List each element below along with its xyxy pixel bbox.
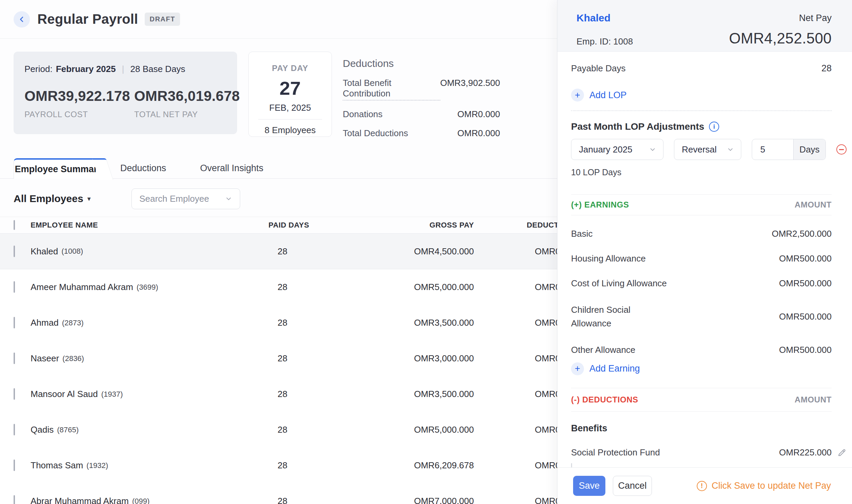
payday-card: PAY DAY 27 FEB, 2025 8 Employees (248, 52, 332, 137)
lop-month-select[interactable]: January 2025 (571, 139, 663, 160)
earnings-title: (+) EARNINGS (571, 200, 629, 210)
deductions-section-header: (-) DEDUCTIONS AMOUNT (571, 388, 832, 412)
earnings-section-header: (+) EARNINGS AMOUNT (571, 194, 832, 215)
earning-label: Children Social Allowance (571, 303, 649, 330)
paid-days-value: 28 (221, 353, 309, 364)
employee-name-link[interactable]: Khaled (576, 12, 610, 24)
earning-value: OMR500.000 (779, 345, 832, 355)
all-employees-label: All Employees (14, 193, 83, 204)
table-body: Khaled (1008) 28 OMR4,500.000 OMR0.000 A… (0, 234, 591, 504)
employee-name: Thomas Sam (31, 460, 83, 471)
table-row[interactable]: Ahmad (2873) 28 OMR3,500.000 OMR0.000 (0, 305, 591, 341)
add-earning-label: Add Earning (589, 363, 640, 374)
row-checkbox[interactable] (14, 246, 15, 257)
divider (571, 110, 832, 111)
paid-days-value: 28 (221, 389, 309, 399)
benefits-group-title: Benefits (571, 423, 832, 434)
employee-name: Khaled (31, 246, 58, 257)
lop-days-note: 10 LOP Days (571, 167, 832, 177)
earning-value: OMR500.000 (779, 311, 832, 322)
payable-days-row: Payable Days 28 (571, 63, 832, 74)
earning-row: Basic OMR2,500.000 (571, 221, 832, 246)
earnings-amount-label: AMOUNT (795, 200, 832, 210)
save-button[interactable]: Save (573, 476, 605, 496)
lop-type-select[interactable]: Reversal (674, 139, 741, 160)
period-line: Period: February 2025 | 28 Base Days (24, 64, 226, 74)
employee-id: (099) (132, 497, 149, 504)
row-checkbox[interactable] (14, 495, 15, 504)
lop-adjustment-row: January 2025 Reversal 5 Days (571, 139, 847, 160)
table-row[interactable]: Ameer Muhammad Akram (3699) 28 OMR5,000.… (0, 269, 591, 305)
back-button[interactable] (14, 11, 30, 28)
employee-id: (1932) (87, 461, 108, 470)
gross-pay-value: OMR5,000.000 (309, 282, 474, 292)
tab-deductions[interactable]: Deductions (103, 158, 183, 178)
deductions-summary-title: Deductions (343, 58, 500, 69)
deduction-value: OMR0.000 (457, 109, 500, 120)
deduction-summary-row: Donations OMR0.000 (343, 109, 500, 120)
paid-days-value: 28 (221, 246, 309, 257)
plus-icon: + (571, 362, 584, 375)
paid-days-value: 28 (221, 496, 309, 504)
select-all-checkbox[interactable] (14, 220, 15, 230)
employee-name: Mansoor Al Saud (31, 389, 98, 399)
status-badge: DRAFT (145, 13, 180, 26)
table-row[interactable]: Thomas Sam (1932) 28 OMR6,209.678 OMR0.0… (0, 448, 591, 483)
row-checkbox[interactable] (14, 317, 15, 328)
employee-detail-panel: ✕ Khaled Net Pay Emp. ID: 1008 OMR4,252.… (557, 0, 852, 504)
net-pay-label: Net Pay (799, 13, 832, 23)
divider (258, 119, 322, 120)
chevron-down-icon (727, 146, 734, 153)
table-row[interactable]: Khaled (1008) 28 OMR4,500.000 OMR0.000 (0, 234, 591, 269)
gross-pay-value: OMR5,000.000 (309, 425, 474, 435)
employee-name: Naseer (31, 353, 59, 364)
payroll-cost-label: PAYROLL COST (24, 110, 134, 119)
deduction-label[interactable]: Donations (343, 109, 383, 120)
table-row[interactable]: Qadis (8765) 28 OMR5,000.000 OMR0.000 (0, 412, 591, 448)
table-row[interactable]: Abrar Muhammad Akram (099) 28 OMR7,000.0… (0, 483, 591, 504)
page-title: Regular Payroll (37, 12, 138, 27)
employee-table: EMPLOYEE NAME PAID DAYS GROSS PAY DEDUCT… (0, 217, 591, 504)
edit-pencil-icon[interactable] (837, 448, 847, 457)
tab-overall-insights[interactable]: Overall Insights (183, 158, 280, 178)
earnings-rows: Basic OMR2,500.000 Housing Allowance OMR… (571, 221, 832, 362)
search-employee-select[interactable]: Search Employee (131, 188, 240, 209)
warning-text: Click Save to update Net Pay (712, 481, 831, 491)
earning-label: Housing Allowance (571, 253, 646, 264)
remove-lop-row-icon[interactable] (836, 144, 847, 155)
table-header-row: EMPLOYEE NAME PAID DAYS GROSS PAY DEDUCT… (0, 217, 591, 234)
table-row[interactable]: Mansoor Al Saud (1937) 28 OMR3,500.000 O… (0, 376, 591, 412)
add-lop-button[interactable]: + Add LOP (571, 89, 832, 102)
lop-days-input[interactable]: 5 (752, 139, 793, 160)
caret-down-icon: ▾ (87, 195, 91, 203)
payday-month: FEB, 2025 (249, 103, 332, 113)
total-net-pay-figure: OMR36,019.678 TOTAL NET PAY (134, 88, 244, 119)
info-icon[interactable]: i (709, 122, 719, 132)
row-checkbox[interactable] (14, 281, 15, 293)
cancel-button[interactable]: Cancel (613, 476, 652, 496)
summary-figures: OMR39,922.178 PAYROLL COST OMR36,019.678… (24, 88, 226, 119)
panel-footer: Save Cancel ! Click Save to update Net P… (557, 467, 852, 504)
earning-label: Basic (571, 229, 593, 239)
earning-row: Children Social Allowance OMR500.000 (571, 296, 832, 338)
deduction-label[interactable]: Total Deductions (343, 128, 408, 139)
col-paid-days: PAID DAYS (221, 221, 309, 230)
table-row[interactable]: Naseer (2836) 28 OMR3,000.000 OMR0.000 (0, 341, 591, 376)
col-gross-pay: GROSS PAY (309, 221, 474, 230)
deduction-label[interactable]: Total Benefit Contribution (343, 78, 440, 101)
lop-days-input-group: 5 Days (752, 139, 826, 160)
row-checkbox[interactable] (14, 353, 15, 364)
row-checkbox[interactable] (14, 424, 15, 435)
add-earning-button[interactable]: + Add Earning (571, 362, 832, 375)
all-employees-dropdown[interactable]: All Employees ▾ (14, 193, 91, 204)
net-pay-value: OMR4,252.500 (729, 30, 832, 47)
gross-pay-value: OMR7,000.000 (309, 496, 474, 504)
row-checkbox[interactable] (14, 460, 15, 471)
employee-id: (1008) (61, 247, 83, 256)
tab-employee-summary[interactable]: Employee Summary (14, 158, 103, 179)
lop-days-suffix: Days (793, 139, 826, 160)
earning-value: OMR500.000 (779, 278, 832, 289)
period-value: February 2025 (56, 64, 116, 74)
employee-id-line: Emp. ID: 1008 (576, 36, 633, 47)
row-checkbox[interactable] (14, 388, 15, 400)
